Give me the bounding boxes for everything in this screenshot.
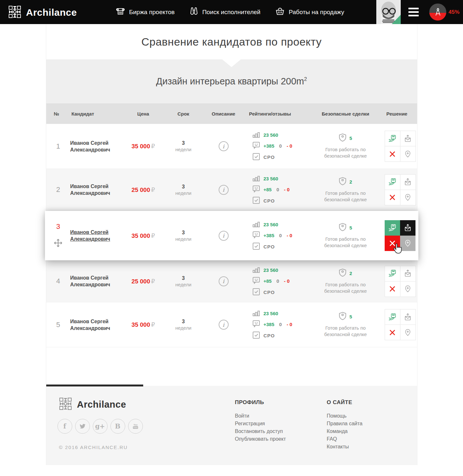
- reviews-positive: +385: [264, 322, 275, 327]
- row-number: 1: [56, 142, 60, 151]
- twitter-icon[interactable]: [75, 419, 90, 434]
- decision-cell: [377, 266, 417, 297]
- hire-button[interactable]: [385, 309, 400, 325]
- safe-deals-cell: 2 Готов работать по безопасной сделке: [314, 268, 377, 294]
- menu-icon[interactable]: [408, 8, 419, 16]
- google-plus-icon[interactable]: g+: [93, 419, 108, 434]
- decision-buttons: [385, 220, 415, 251]
- ruble-sign: ₽: [151, 278, 155, 285]
- safe-deals-cell: 5 Готов работать по безопасной сделке: [314, 312, 377, 338]
- nav-item-search-performers[interactable]: Поиск исполнителей: [189, 6, 260, 18]
- row-number: 3: [56, 222, 60, 231]
- info-icon[interactable]: i: [219, 320, 229, 330]
- row-number: 2: [56, 186, 60, 194]
- info-icon[interactable]: i: [219, 185, 229, 195]
- reviews-positive: +85: [264, 278, 272, 284]
- bar-chart-icon: [252, 266, 260, 274]
- footer-link-register[interactable]: Регистрация: [235, 420, 286, 428]
- footer-link-faq[interactable]: FAQ: [327, 435, 363, 443]
- shield-icon: [339, 268, 346, 279]
- description-cell: i: [202, 185, 245, 195]
- candidate-name[interactable]: Иванов Сергей Александрович: [70, 318, 118, 332]
- price-cell: 25 000₽: [122, 186, 165, 194]
- bar-chart-icon: [252, 131, 260, 139]
- cursor-pointer-icon: [392, 243, 402, 256]
- page-title: Сравнение кандидатов по проекту: [141, 36, 322, 48]
- profile-completion[interactable]: 45%: [429, 4, 459, 21]
- footer-link-publish-project[interactable]: Опубликовать проект: [235, 435, 286, 443]
- rating-value: 23 560: [264, 222, 278, 227]
- info-icon[interactable]: i: [219, 231, 229, 241]
- description-cell: i: [202, 320, 245, 330]
- term-cell: 3 недели: [165, 184, 202, 196]
- send-message-button[interactable]: [400, 309, 415, 325]
- send-message-button[interactable]: [400, 131, 415, 146]
- candidate-name[interactable]: Иванов Сергей Александрович: [70, 183, 118, 196]
- reviews-neutral: 0: [279, 233, 282, 238]
- reviews-bubble-icon: [252, 277, 260, 285]
- candidate-name[interactable]: Иванов Сергей Александрович: [70, 140, 118, 153]
- shield-icon: [339, 223, 346, 233]
- safe-deals-text: Готов работать по безопасной сделке: [318, 146, 373, 159]
- checkbox-icon: [252, 196, 260, 205]
- footer-link-contacts[interactable]: Контакты: [327, 443, 363, 451]
- candidate-name[interactable]: Иванов Сергей Александрович: [70, 229, 118, 242]
- hire-button[interactable]: [385, 175, 400, 190]
- ratings-cell: 23 560 +85 0 - 0: [245, 175, 314, 205]
- reject-button[interactable]: [385, 325, 400, 340]
- footer-link-login[interactable]: Войти: [235, 412, 286, 420]
- add-location-button[interactable]: [400, 236, 415, 251]
- ratings-cell: 23 560 +385 0 - 0: [245, 221, 314, 251]
- brand[interactable]: Archilance: [8, 5, 77, 20]
- candidate-row: 4 Иванов Сергей Александрович 25 000₽ 3 …: [46, 260, 417, 302]
- notch-triangle: [222, 59, 241, 67]
- row-number-cell: 3: [46, 222, 70, 249]
- add-location-button[interactable]: [400, 190, 415, 205]
- term-cell: 3 недели: [165, 140, 202, 152]
- safe-deals-count: 5: [349, 225, 352, 231]
- nav-label: Работы на продажу: [289, 9, 344, 16]
- shield-icon: [339, 133, 346, 143]
- send-message-button[interactable]: [400, 175, 415, 190]
- ratings-cell: 23 560 +85 0 - 0: [245, 266, 314, 297]
- nav-item-works-for-sale[interactable]: Работы на продажу: [275, 6, 344, 18]
- reviews-negative: - 0: [287, 322, 293, 327]
- hire-button[interactable]: [385, 131, 400, 146]
- reviews-negative: - 0: [287, 233, 293, 238]
- footer-link-team[interactable]: Команда: [327, 428, 363, 435]
- hire-button[interactable]: [385, 266, 400, 281]
- footer-brand-name: Archilance: [77, 399, 126, 410]
- info-icon[interactable]: i: [219, 141, 229, 151]
- content-column: Сравнение кандидатов по проекту Дизайн и…: [46, 24, 417, 465]
- youtube-icon[interactable]: You Tube: [128, 419, 143, 434]
- add-location-button[interactable]: [400, 146, 415, 161]
- candidate-name[interactable]: Иванов Сергей Александрович: [70, 274, 118, 288]
- footer-link-restore-access[interactable]: Востановить доступ: [235, 428, 286, 435]
- row-number-cell: 5: [46, 321, 70, 329]
- profile-completion-value: 45%: [449, 9, 459, 15]
- safe-deals-cell: 2 Готов работать по безопасной сделке: [314, 177, 377, 203]
- hire-button[interactable]: [385, 220, 400, 236]
- nav-item-projects[interactable]: Биржа проектов: [116, 6, 175, 18]
- bar-chart-icon: [252, 221, 260, 229]
- reject-button[interactable]: [385, 146, 400, 161]
- col-description: Описание: [202, 111, 245, 117]
- footer-link-help[interactable]: Помощь: [327, 412, 363, 420]
- facebook-icon[interactable]: f: [57, 419, 72, 434]
- reject-button[interactable]: [385, 281, 400, 297]
- user-avatar[interactable]: [376, 0, 401, 24]
- vk-icon[interactable]: В: [110, 419, 125, 434]
- footer-link-rules[interactable]: Правила сайта: [327, 420, 363, 428]
- move-handle-icon[interactable]: [54, 238, 63, 249]
- send-message-button[interactable]: [400, 266, 415, 281]
- ruble-sign: ₽: [151, 321, 155, 328]
- reject-button[interactable]: [385, 190, 400, 205]
- rating-value: 23 560: [264, 267, 278, 273]
- footer-brand[interactable]: Archilance: [59, 397, 126, 411]
- add-location-button[interactable]: [400, 325, 415, 340]
- decision-cell: [377, 220, 417, 251]
- info-icon[interactable]: i: [219, 276, 229, 286]
- add-location-button[interactable]: [400, 281, 415, 297]
- ratings-cell: 23 560 +385 0 - 0: [245, 309, 314, 340]
- send-message-button[interactable]: [400, 220, 415, 236]
